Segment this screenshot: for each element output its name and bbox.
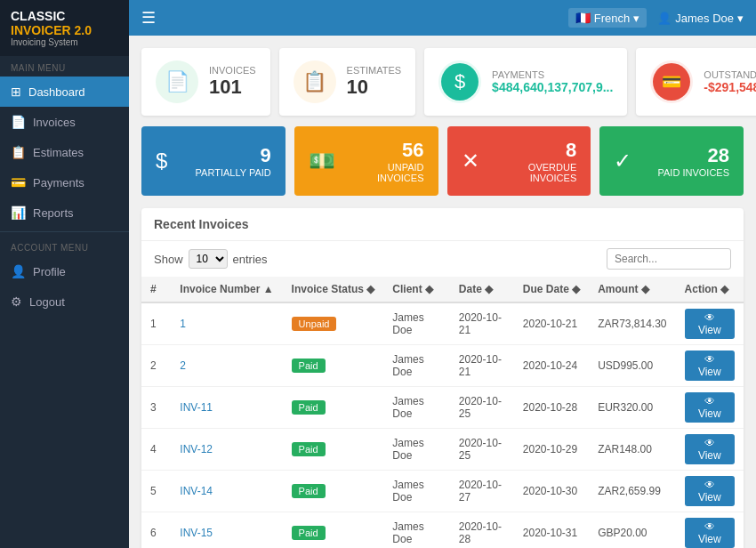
row-due-date: 2020-10-24	[514, 345, 589, 387]
view-button[interactable]: 👁 View	[685, 518, 735, 548]
row-num: 6	[141, 512, 171, 549]
row-status: Paid	[283, 512, 384, 549]
col-client[interactable]: Client ◆	[383, 277, 450, 302]
status-badge: Paid	[292, 442, 326, 456]
row-num: 5	[141, 471, 171, 512]
invoice-link[interactable]: INV-14	[180, 485, 213, 497]
invoice-link[interactable]: 2	[180, 359, 186, 372]
view-button[interactable]: 👁 View	[685, 434, 735, 464]
payments-dollar-icon: $	[441, 63, 479, 101]
status-cards: $ 9 PARTIALLY PAID 💵 56 UNPAID INVOICES …	[141, 126, 744, 196]
profile-icon: 👤	[11, 264, 26, 278]
user-menu[interactable]: 👤 James Doe ▾	[657, 12, 744, 25]
app-name-highlight: INVOICER 2.0	[11, 23, 92, 37]
partially-paid-count: 9	[178, 144, 270, 167]
row-status: Paid	[283, 429, 384, 471]
invoice-link[interactable]: 1	[180, 318, 186, 330]
row-amount: ZAR73,814.30	[589, 302, 675, 345]
partially-paid-info: 9 PARTIALLY PAID	[178, 144, 270, 178]
row-client: James Doe	[383, 429, 450, 471]
table-row: 1 1 Unpaid James Doe 2020-10-21 2020-10-…	[141, 302, 744, 345]
language-selector[interactable]: 🇫🇷 French ▾	[568, 8, 647, 28]
table-row: 5 INV-14 Paid James Doe 2020-10-27 2020-…	[141, 471, 744, 512]
paid-invoices-info: 28 PAID INVOICES	[642, 144, 729, 178]
row-action: 👁 View	[676, 471, 744, 512]
topbar: ☰ 🇫🇷 French ▾ 👤 James Doe ▾	[129, 0, 756, 36]
cash-icon: 💵	[309, 149, 335, 173]
row-status: Paid	[283, 345, 384, 387]
row-num: 2	[141, 345, 171, 387]
row-client: James Doe	[383, 387, 450, 429]
recent-invoices-section: Recent Invoices Show 10 25 50 entries	[141, 208, 744, 548]
hamburger-button[interactable]: ☰	[141, 8, 156, 28]
unpaid-invoices-card: 💵 56 UNPAID INVOICES	[294, 126, 438, 196]
payments-card-label: PAYMENTS	[492, 69, 613, 80]
outstanding-card-value: -$291,548,347,534	[704, 80, 756, 94]
invoice-link[interactable]: INV-15	[180, 527, 213, 539]
user-icon: 👤	[657, 12, 672, 25]
row-invoice-number: INV-14	[171, 471, 282, 512]
col-date[interactable]: Date ◆	[450, 277, 514, 302]
row-action: 👁 View	[676, 429, 744, 471]
entries-select[interactable]: 10 25 50	[189, 249, 228, 269]
search-input[interactable]	[607, 248, 731, 270]
status-badge: Paid	[292, 400, 326, 415]
row-amount: GBP20.00	[589, 512, 675, 549]
sidebar-item-profile[interactable]: 👤 Profile	[0, 256, 129, 286]
estimates-card-info: ESTIMATES 10	[347, 65, 402, 99]
estimates-doc-icon: 📋	[302, 70, 326, 93]
status-badge: Unpaid	[292, 317, 337, 331]
row-status: Paid	[283, 471, 384, 512]
paid-invoices-label: PAID INVOICES	[642, 167, 729, 178]
estimates-card-icon: 📋	[294, 60, 336, 103]
paid-invoices-card: ✓ 28 PAID INVOICES	[599, 126, 744, 196]
unpaid-invoices-info: 56 UNPAID INVOICES	[346, 139, 424, 183]
sidebar-item-estimates[interactable]: 📋 Estimates	[0, 137, 129, 167]
outstanding-card-label: OUTSTANDING...	[704, 69, 756, 80]
row-due-date: 2020-10-30	[514, 471, 589, 512]
payments-icon: 💳	[11, 175, 26, 189]
sidebar-item-label: Logout	[29, 295, 65, 309]
sidebar-item-label: Invoices	[33, 116, 76, 129]
dollar-icon: $	[156, 149, 167, 173]
chevron-down-icon: ▾	[633, 12, 639, 25]
sidebar-item-payments[interactable]: 💳 Payments	[0, 167, 129, 197]
sidebar-item-invoices[interactable]: 📄 Invoices	[0, 107, 129, 137]
row-client: James Doe	[383, 345, 450, 387]
show-entries-control: Show 10 25 50 entries	[154, 249, 268, 269]
row-date: 2020-10-25	[450, 387, 514, 429]
recent-invoices-header: Recent Invoices	[141, 208, 744, 241]
sidebar-item-dashboard[interactable]: ⊞ Dashboard	[0, 77, 129, 107]
reports-icon: 📊	[11, 206, 26, 220]
view-button[interactable]: 👁 View	[685, 351, 735, 381]
col-invoice-status[interactable]: Invoice Status ◆	[283, 277, 384, 302]
table-toolbar: Show 10 25 50 entries	[141, 241, 744, 277]
col-amount[interactable]: Amount ◆	[589, 277, 675, 302]
col-num[interactable]: #	[141, 277, 171, 302]
row-status: Unpaid	[283, 302, 384, 345]
row-amount: ZAR2,659.99	[589, 471, 675, 512]
sidebar-item-logout[interactable]: ⚙ Logout	[0, 286, 129, 317]
outstanding-card-info: OUTSTANDING... -$291,548,347,534	[704, 69, 756, 94]
view-button[interactable]: 👁 View	[685, 309, 735, 339]
sidebar: CLASSIC INVOICER 2.0 Invoicing System ma…	[0, 0, 129, 548]
topbar-left: ☰	[141, 8, 165, 28]
row-amount: EUR320.00	[589, 387, 675, 429]
sidebar-item-reports[interactable]: 📊 Reports	[0, 197, 129, 228]
status-badge: Paid	[292, 526, 326, 540]
estimates-card-label: ESTIMATES	[347, 65, 402, 76]
col-action[interactable]: Action ◆	[676, 277, 744, 302]
table-row: 2 2 Paid James Doe 2020-10-21 2020-10-24…	[141, 345, 744, 387]
outstanding-summary-card: 💳 OUTSTANDING... -$291,548,347,534	[636, 48, 756, 116]
view-button[interactable]: 👁 View	[685, 392, 735, 423]
sidebar-item-label: Estimates	[33, 146, 84, 159]
col-due-date[interactable]: Due Date ◆	[514, 277, 589, 302]
row-date: 2020-10-28	[450, 512, 514, 549]
col-invoice-number[interactable]: Invoice Number ▲	[171, 277, 282, 302]
view-button[interactable]: 👁 View	[685, 476, 735, 506]
payments-card-value: $484,640,137,707,9...	[492, 80, 613, 94]
invoice-link[interactable]: INV-12	[180, 443, 213, 455]
row-action: 👁 View	[676, 302, 744, 345]
main-area: ☰ 🇫🇷 French ▾ 👤 James Doe ▾ 📄	[129, 0, 756, 548]
invoice-link[interactable]: INV-11	[180, 401, 213, 414]
